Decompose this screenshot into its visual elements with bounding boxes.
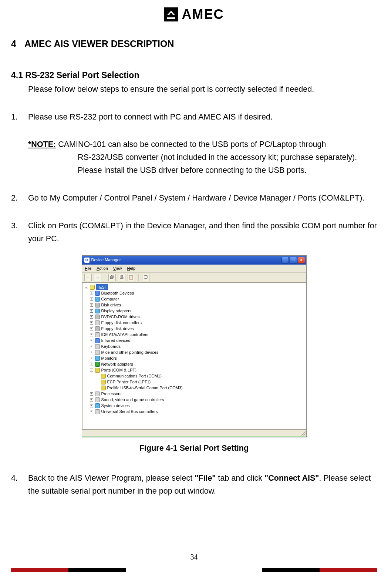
expand-icon[interactable]: + bbox=[90, 292, 93, 295]
step-1-text: Please use RS-232 port to connect with P… bbox=[28, 112, 273, 121]
tree-child-label[interactable]: Prolific USB-to-Serial Comm Port (COM3) bbox=[107, 385, 183, 391]
window-title: Device Manager bbox=[91, 257, 121, 263]
toolbar-print-icon[interactable]: 🖶 bbox=[118, 274, 125, 281]
expand-icon[interactable]: + bbox=[90, 339, 93, 342]
tree-child-label[interactable]: ECP Printer Port (LPT1) bbox=[107, 379, 151, 385]
port-icon bbox=[101, 374, 106, 379]
expand-icon[interactable]: − bbox=[85, 286, 88, 289]
tree-item-label[interactable]: Universal Serial Bus controllers bbox=[101, 409, 158, 414]
toolbar-separator bbox=[105, 274, 105, 281]
tree-item-label[interactable]: Infrared devices bbox=[101, 337, 130, 343]
tree-item[interactable]: +Keyboards bbox=[90, 343, 304, 349]
tree-item[interactable]: +Computer bbox=[90, 296, 304, 302]
expand-icon[interactable]: + bbox=[90, 398, 93, 401]
device-tree[interactable]: −TEST+Bluetooth Devices+Computer+Disk dr… bbox=[82, 282, 306, 430]
tree-child[interactable]: ECP Printer Port (LPT1) bbox=[101, 379, 304, 385]
expand-icon[interactable]: + bbox=[90, 327, 93, 330]
tree-item-label[interactable]: Monitors bbox=[101, 355, 117, 361]
expand-icon[interactable]: + bbox=[90, 357, 93, 360]
tree-item-label[interactable]: IDE ATA/ATAPI controllers bbox=[101, 332, 149, 337]
expand-icon[interactable]: + bbox=[90, 321, 93, 325]
tree-item[interactable]: +Monitors bbox=[90, 355, 304, 361]
close-button[interactable]: × bbox=[298, 257, 305, 263]
tree-item-label[interactable]: Ports (COM & LPT) bbox=[101, 367, 136, 373]
forward-button[interactable]: → bbox=[94, 274, 101, 281]
expand-icon[interactable]: + bbox=[90, 404, 93, 407]
expand-icon[interactable]: + bbox=[90, 410, 93, 413]
window-titlebar[interactable]: ⚙ Device Manager _ □ × bbox=[82, 256, 306, 265]
note-line-3: Please install the USB driver before con… bbox=[78, 164, 377, 177]
tree-item[interactable]: +Floppy disk controllers bbox=[90, 320, 304, 326]
device-category-icon bbox=[95, 350, 100, 355]
device-category-icon bbox=[95, 326, 100, 331]
tree-item[interactable]: +DVD/CD-ROM drives bbox=[90, 314, 304, 320]
maximize-button[interactable]: □ bbox=[290, 257, 297, 263]
footer-bar bbox=[262, 568, 320, 572]
tree-item[interactable]: +IDE ATA/ATAPI controllers bbox=[90, 332, 304, 337]
step-3-text: Click on Ports (COM&LPT) in the Device M… bbox=[28, 221, 377, 243]
expand-icon[interactable]: + bbox=[90, 333, 93, 336]
expand-icon[interactable]: + bbox=[90, 298, 93, 301]
tree-item[interactable]: +Disk drives bbox=[90, 302, 304, 308]
tree-item[interactable]: +Bluetooth Devices bbox=[90, 290, 304, 296]
step-4-a: Back to the AIS Viewer Program, please s… bbox=[28, 474, 195, 483]
port-icon bbox=[101, 386, 106, 390]
tree-item-label[interactable]: Processors bbox=[101, 391, 122, 397]
tree-item[interactable]: +Mice and other pointing devices bbox=[90, 349, 304, 355]
tree-item-label[interactable]: Bluetooth Devices bbox=[101, 290, 134, 296]
back-button[interactable]: ← bbox=[84, 274, 92, 281]
tree-child-label[interactable]: Communications Port (COM1) bbox=[107, 373, 162, 379]
tree-item[interactable]: +Processors bbox=[90, 391, 304, 397]
menu-view[interactable]: View bbox=[113, 265, 122, 272]
tree-item-label[interactable]: System devices bbox=[101, 403, 130, 409]
tree-item-label[interactable]: Sound, video and game controllers bbox=[101, 397, 164, 403]
footer-bar bbox=[320, 568, 377, 572]
page-number: 34 bbox=[0, 553, 388, 561]
toolbar-scan-icon[interactable]: 🖵 bbox=[142, 274, 149, 281]
tree-item[interactable]: −Ports (COM & LPT) bbox=[90, 367, 304, 373]
device-category-icon bbox=[95, 315, 100, 319]
tree-item-label[interactable]: Network adapters bbox=[101, 361, 133, 367]
tree-item[interactable]: +Network adapters bbox=[90, 361, 304, 367]
menu-action[interactable]: Action bbox=[97, 265, 108, 272]
figure-caption: Figure 4-1 Serial Port Setting bbox=[11, 442, 377, 455]
tree-item-label[interactable]: Floppy disk controllers bbox=[101, 320, 142, 326]
tree-item-label[interactable]: Disk drives bbox=[101, 302, 121, 308]
tree-item[interactable]: +Infrared devices bbox=[90, 337, 304, 343]
tree-item[interactable]: +Universal Serial Bus controllers bbox=[90, 409, 304, 414]
minimize-button[interactable]: _ bbox=[281, 257, 289, 263]
expand-icon[interactable]: − bbox=[90, 369, 93, 372]
tree-item[interactable]: +Display adapters bbox=[90, 308, 304, 314]
expand-icon[interactable]: + bbox=[90, 315, 93, 319]
tree-item-label[interactable]: DVD/CD-ROM drives bbox=[101, 314, 140, 320]
window-app-icon: ⚙ bbox=[84, 258, 90, 263]
tree-item-label[interactable]: Display adapters bbox=[101, 308, 132, 314]
device-category-icon bbox=[95, 356, 100, 361]
expand-icon[interactable]: + bbox=[90, 309, 93, 313]
toolbar-icon-1[interactable]: 🗊 bbox=[108, 274, 116, 281]
menu-file[interactable]: File bbox=[85, 265, 92, 272]
expand-icon[interactable]: + bbox=[90, 363, 93, 366]
tree-item[interactable]: +Floppy disk drives bbox=[90, 326, 304, 332]
tree-child[interactable]: Communications Port (COM1) bbox=[101, 373, 304, 379]
tree-item-label[interactable]: Floppy disk drives bbox=[101, 326, 134, 332]
tree-root[interactable]: −TEST bbox=[85, 284, 304, 290]
device-category-icon bbox=[95, 397, 100, 402]
expand-icon[interactable]: + bbox=[90, 351, 93, 354]
tree-item-label[interactable]: Keyboards bbox=[101, 343, 121, 349]
expand-icon[interactable]: + bbox=[90, 303, 93, 307]
tree-item-label[interactable]: Mice and other pointing devices bbox=[101, 349, 159, 355]
expand-icon[interactable]: + bbox=[90, 392, 93, 396]
menu-help[interactable]: Help bbox=[127, 265, 136, 272]
brand-logo-icon bbox=[164, 7, 178, 21]
tree-item-label[interactable]: Computer bbox=[101, 296, 119, 302]
device-category-icon bbox=[95, 403, 100, 408]
expand-icon[interactable]: + bbox=[90, 345, 93, 348]
tree-child[interactable]: Prolific USB-to-Serial Comm Port (COM3) bbox=[101, 385, 304, 391]
tree-item[interactable]: +Sound, video and game controllers bbox=[90, 397, 304, 403]
toolbar-icon-3[interactable]: 📋 bbox=[128, 274, 135, 281]
device-category-icon bbox=[95, 368, 100, 373]
tree-root-label[interactable]: TEST bbox=[96, 284, 108, 290]
tree-item[interactable]: +System devices bbox=[90, 403, 304, 409]
menu-bar[interactable]: File Action View Help bbox=[82, 265, 306, 273]
